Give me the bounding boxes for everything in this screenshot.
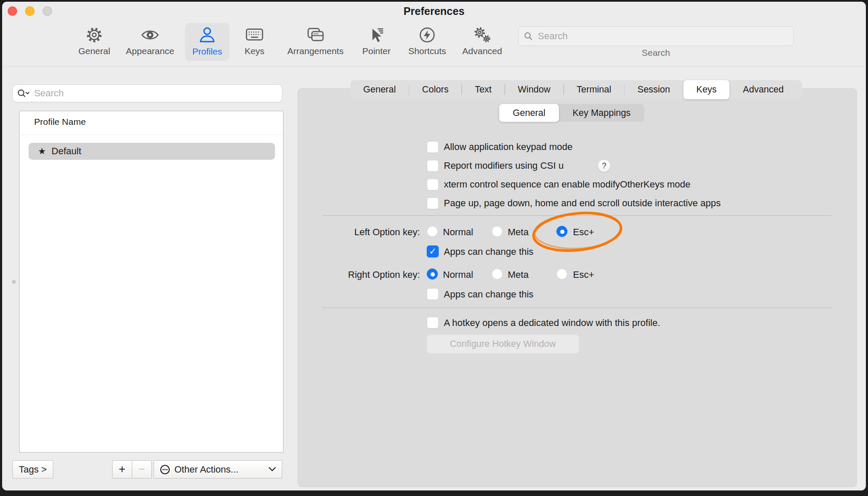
toolbar-label: Advanced: [462, 46, 502, 56]
window-title: Preferences: [2, 5, 866, 17]
list-header-divider: [20, 135, 283, 135]
toolbar-item-profiles[interactable]: Profiles: [185, 23, 229, 61]
left-option-key-label: Left Option key:: [301, 226, 420, 238]
radio-label[interactable]: Esc+: [573, 226, 594, 238]
window-edge-dot: [12, 280, 16, 284]
toolbar-label: Shortcuts: [408, 46, 446, 56]
radio-left-option-esc[interactable]: [556, 226, 567, 237]
section-divider: [322, 215, 831, 216]
toolbar-item-shortcuts[interactable]: Shortcuts: [404, 25, 451, 59]
gear-icon: [84, 25, 104, 44]
keyboard-icon: [245, 25, 264, 44]
toolbar-item-arrangements[interactable]: Arrangements: [284, 25, 347, 59]
configure-hotkey-window-button[interactable]: Configure Hotkey Window: [427, 335, 579, 354]
checkbox-xterm-modifyotherkeys[interactable]: [427, 179, 439, 190]
preferences-window: Preferences General Appearance Profiles: [2, 2, 866, 490]
remove-profile-button[interactable]: −: [132, 460, 152, 479]
tab-terminal[interactable]: Terminal: [564, 80, 624, 99]
profile-row-default[interactable]: ★ Default: [29, 143, 275, 160]
profile-search-input[interactable]: [33, 87, 278, 99]
toolbar-item-general[interactable]: General: [73, 25, 116, 59]
other-actions-button[interactable]: Other Actions...: [153, 460, 282, 479]
star-icon: ★: [38, 146, 46, 156]
toolbar-label: Appearance: [126, 46, 174, 56]
radio-label[interactable]: Normal: [443, 269, 473, 281]
toolbar-search-caption: Search: [518, 48, 794, 58]
checkbox-label[interactable]: Apps can change this: [444, 246, 533, 258]
radio-right-option-meta[interactable]: [492, 268, 503, 280]
profile-list: Profile Name ★ Default: [19, 111, 284, 453]
checkbox-allow-keypad-mode[interactable]: [427, 141, 439, 153]
profile-settings-panel: [298, 88, 857, 487]
toolbar-label: Arrangements: [287, 46, 344, 56]
radio-label[interactable]: Meta: [508, 269, 529, 281]
checkbox-page-scroll-outside[interactable]: [427, 197, 439, 209]
right-option-key-label: Right Option key:: [301, 269, 420, 281]
checkbox-right-apps-can-change[interactable]: [427, 288, 439, 300]
gears-icon: [472, 25, 492, 44]
profile-search-field[interactable]: [12, 84, 282, 102]
ellipsis-circle-icon: [160, 464, 170, 475]
windows-icon: [306, 25, 325, 44]
checkbox-hotkey-window[interactable]: [427, 317, 439, 329]
tab-text[interactable]: Text: [462, 80, 504, 99]
toolbar-label: Keys: [245, 46, 265, 56]
chevron-down-icon: [269, 467, 276, 472]
toolbar-item-appearance[interactable]: Appearance: [122, 25, 178, 59]
radio-label[interactable]: Esc+: [573, 269, 594, 281]
other-actions-label: Other Actions...: [174, 464, 238, 475]
tab-window[interactable]: Window: [505, 80, 563, 99]
tab-keys[interactable]: Keys: [683, 80, 729, 99]
eye-icon: [140, 25, 160, 44]
tab-colors[interactable]: Colors: [409, 80, 461, 99]
profile-name: Default: [52, 146, 81, 157]
checkbox-label[interactable]: Apps can change this: [444, 288, 533, 300]
profile-list-header[interactable]: Profile Name: [34, 117, 86, 127]
keys-subtab-bar: General Key Mappings: [499, 104, 644, 122]
tab-general[interactable]: General: [350, 80, 409, 99]
toolbar-item-pointer[interactable]: Pointer: [355, 25, 398, 59]
profile-tab-bar: General Colors Text Window Terminal Sess…: [350, 80, 802, 99]
tab-session[interactable]: Session: [625, 80, 683, 99]
help-button[interactable]: ?: [598, 159, 610, 172]
toolbar-search-input[interactable]: [537, 30, 788, 42]
radio-left-option-meta[interactable]: [492, 226, 503, 237]
radio-left-option-normal[interactable]: [427, 226, 438, 237]
radio-right-option-normal[interactable]: [427, 268, 438, 280]
checkbox-label[interactable]: Report modifiers using CSI u: [444, 160, 564, 172]
tags-button[interactable]: Tags >: [12, 460, 53, 479]
add-profile-button[interactable]: +: [112, 460, 132, 479]
checkbox-left-apps-can-change[interactable]: [427, 245, 439, 257]
tab-advanced[interactable]: Advanced: [730, 80, 797, 99]
search-icon: [524, 31, 533, 41]
checkbox-report-csi-u[interactable]: [427, 160, 439, 172]
bolt-icon: [417, 25, 437, 44]
radio-label[interactable]: Normal: [443, 226, 473, 238]
cursor-icon: [367, 25, 386, 44]
search-menu-icon: [17, 88, 31, 98]
person-icon: [197, 25, 217, 45]
checkbox-label[interactable]: xterm control sequence can enable modify…: [444, 179, 690, 190]
section-divider: [322, 307, 831, 308]
toolbar-label: General: [78, 46, 110, 56]
toolbar-item-keys[interactable]: Keys: [237, 25, 272, 59]
toolbar-item-advanced[interactable]: Advanced: [457, 25, 508, 59]
radio-label[interactable]: Meta: [508, 226, 529, 238]
radio-right-option-esc[interactable]: [556, 268, 567, 280]
checkbox-label[interactable]: Page up, page down, home and end scroll …: [444, 197, 720, 209]
toolbar-search-field[interactable]: [518, 26, 794, 46]
checkbox-label[interactable]: Allow application keypad mode: [444, 141, 573, 153]
toolbar-divider: [2, 66, 866, 67]
subtab-general[interactable]: General: [499, 104, 559, 122]
toolbar-label: Pointer: [362, 46, 391, 56]
subtab-key-mappings[interactable]: Key Mappings: [559, 104, 644, 122]
toolbar-label: Profiles: [192, 47, 222, 56]
checkbox-label[interactable]: A hotkey opens a dedicated window with t…: [444, 317, 660, 329]
